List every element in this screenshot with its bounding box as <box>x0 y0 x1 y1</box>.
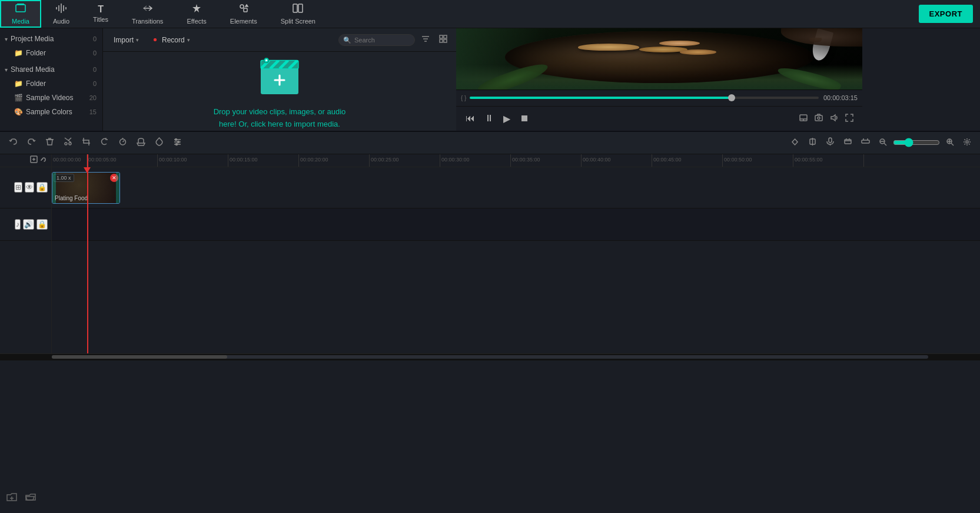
prev-frame-button[interactable]: ⏮ <box>463 111 477 126</box>
play-button[interactable]: ▶ <box>501 111 513 127</box>
svg-point-24 <box>265 59 267 61</box>
record-button[interactable]: ⏺ Record ▾ <box>148 34 195 47</box>
nav-titles-label: Titles <box>93 16 108 23</box>
nav-elements-label: Elements <box>230 18 257 25</box>
color-button[interactable] <box>152 135 167 150</box>
playhead-marker-triangle <box>84 167 91 173</box>
equalizer-button[interactable] <box>170 135 185 150</box>
cut-button[interactable] <box>61 135 75 150</box>
sidebar-bottom-icons <box>5 491 38 507</box>
play-pause-button[interactable]: ⏸ <box>482 111 496 126</box>
undo-button[interactable] <box>6 135 21 150</box>
svg-rect-13 <box>440 39 443 42</box>
video-track-eye-button[interactable]: 👁 <box>25 182 34 193</box>
delete-button[interactable] <box>42 135 57 150</box>
sidebar-item-sample-colors[interactable]: 🎨 Sample Colors 15 <box>0 105 102 119</box>
screen-size-button[interactable] <box>798 112 809 125</box>
svg-rect-1 <box>17 4 24 5</box>
ruler-gutter <box>0 154 51 167</box>
tl-mic-button[interactable] <box>823 135 838 150</box>
brackets-left: { } <box>461 95 466 101</box>
sidebar-item-folder1[interactable]: 📁 Folder 0 <box>0 46 102 60</box>
open-folder-button[interactable] <box>24 491 38 507</box>
link-button[interactable] <box>40 155 48 165</box>
nav-media[interactable]: Media <box>0 0 41 28</box>
video-clip-1[interactable]: Plating Food 1.00 x ✕ <box>52 172 120 204</box>
stop-button[interactable]: ⏹ <box>517 111 531 126</box>
audio-icon <box>56 3 67 16</box>
grid-view-button[interactable] <box>436 33 450 47</box>
tl-icon-1[interactable] <box>788 135 802 150</box>
sample-videos-label: Sample Videos <box>26 94 74 102</box>
audio-track-music-button[interactable]: ♪ <box>15 219 21 230</box>
video-track-grid-button[interactable]: ⊞ <box>14 182 22 193</box>
volume-button[interactable] <box>828 112 840 125</box>
nav-audio[interactable]: Audio <box>41 0 81 28</box>
audio-settings-button[interactable] <box>134 135 148 150</box>
rotate-left-button[interactable] <box>97 135 112 150</box>
progress-track[interactable] <box>470 97 818 99</box>
sidebar-item-folder2[interactable]: 📁 Folder 0 <box>0 77 102 91</box>
elements-icon <box>238 3 249 16</box>
tl-icon-4[interactable] <box>841 135 855 150</box>
folder2-label: Folder <box>26 80 46 88</box>
speed-button[interactable] <box>115 135 130 150</box>
svg-point-40 <box>176 144 178 145</box>
sidebar-item-project-media[interactable]: ▾ Project Media 0 <box>0 32 102 46</box>
svg-rect-12 <box>444 35 447 38</box>
tl-zoom-out[interactable] <box>876 136 890 150</box>
timecode-display: 00:00:03:15 <box>823 94 858 101</box>
color-icon: 🎨 <box>14 108 23 116</box>
video-track-row: Plating Food 1.00 x ✕ <box>52 167 980 208</box>
svg-point-54 <box>966 141 968 143</box>
tl-settings-button[interactable] <box>960 136 974 150</box>
progress-bar-container: { } 00:00:03:15 <box>456 90 862 106</box>
playhead[interactable] <box>87 154 88 353</box>
progress-fill <box>470 97 731 99</box>
preview-video <box>456 28 862 90</box>
svg-rect-43 <box>829 138 832 143</box>
nav-elements[interactable]: Elements <box>218 0 269 28</box>
nav-splitscreen[interactable]: Split Screen <box>269 0 327 28</box>
audio-track-lock-button[interactable]: 🔒 <box>36 219 48 230</box>
sidebar-resize-handle[interactable] <box>978 0 980 513</box>
timeline-scrollbar[interactable] <box>0 353 980 360</box>
crop-button[interactable] <box>79 135 94 150</box>
zoom-slider[interactable] <box>893 138 940 147</box>
scrollbar-thumb[interactable] <box>52 355 227 359</box>
nav-titles[interactable]: T Titles <box>81 0 120 28</box>
tl-zoom-in[interactable] <box>943 136 957 150</box>
svg-line-49 <box>884 143 886 145</box>
add-track-button[interactable] <box>30 155 38 165</box>
sidebar-item-sample-videos[interactable]: 🎬 Sample Videos 20 <box>0 91 102 105</box>
tl-icon-5[interactable] <box>858 135 873 150</box>
media-toolbar: Import ▾ ⏺ Record ▾ 🔍 <box>103 28 456 52</box>
import-label: Import <box>114 36 134 44</box>
preview-right-controls <box>798 112 855 125</box>
add-folder-button[interactable] <box>5 491 19 507</box>
nav-effects[interactable]: Effects <box>175 0 218 28</box>
scrollbar-track[interactable] <box>52 355 928 359</box>
audio-track-row <box>52 208 980 241</box>
clip-resize-right[interactable] <box>116 173 119 203</box>
fullscreen-button[interactable] <box>843 112 855 125</box>
screenshot-button[interactable] <box>813 112 825 125</box>
drop-zone[interactable]: Drop your video clips, images, or audio … <box>103 52 456 131</box>
redo-button[interactable] <box>24 135 39 150</box>
nav-transitions[interactable]: Transitions <box>120 0 175 28</box>
drop-zone-text: Drop your video clips, images, or audio … <box>206 106 353 131</box>
svg-point-2 <box>240 5 244 8</box>
timeline-toolbar <box>0 132 980 154</box>
chevron-icon-2: ▾ <box>5 67 8 73</box>
tracks-scroll-area[interactable]: 00:00:00:00 00:00:05:00 00:00:10:00 00:0… <box>52 154 980 353</box>
svg-rect-3 <box>244 8 247 12</box>
audio-track-volume-button[interactable]: 🔊 <box>23 219 34 230</box>
sidebar-item-shared-media[interactable]: ▾ Shared Media 0 <box>0 62 102 77</box>
nav-audio-label: Audio <box>53 18 69 25</box>
import-button[interactable]: Import ▾ <box>109 34 144 47</box>
filter-button[interactable] <box>418 33 433 47</box>
tl-icon-2[interactable] <box>805 135 820 150</box>
video-track-lock-button[interactable]: 🔒 <box>36 182 48 193</box>
export-button[interactable]: EXPORT <box>919 5 973 23</box>
sidebar-section-shared-media: ▾ Shared Media 0 📁 Folder 0 🎬 Sample V <box>0 61 102 120</box>
